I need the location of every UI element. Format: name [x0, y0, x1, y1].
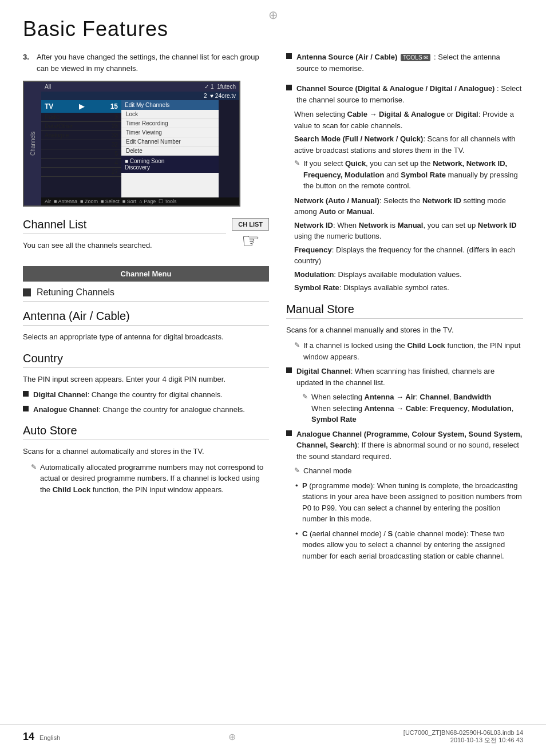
country-digital-item: Digital Channel: Change the country for …	[23, 389, 269, 401]
manual-store-note-text: If a channel is locked using the Child L…	[303, 340, 523, 362]
manual-store-section: Manual Store Scans for a channel manuall…	[286, 303, 523, 562]
tv-menu-timer-view: Timer Viewing	[121, 128, 219, 137]
footer-file-ref: [UC7000_ZT]BN68-02590H-06L03.indb 14	[403, 729, 523, 736]
antenna-source-section: Antenna Source (Air / Cable) TOOLS ✉ : S…	[286, 52, 523, 74]
auto-store-note: ✎ Automatically allocated programme numb…	[23, 462, 269, 496]
tv-ch-27: 27	[41, 168, 121, 177]
footer-left: 14 English	[23, 731, 60, 743]
channel-source-item: Channel Source (Digital & Analogue / Dig…	[286, 83, 523, 105]
footer-right: [UC7000_ZT]BN68-02590H-06L03.indb 14 201…	[403, 729, 523, 745]
retuning-section: Retuning Channels	[23, 287, 269, 302]
tv-menu-lock: Lock	[121, 110, 219, 119]
network-auto: Network (Auto / Manual): Selects the Net…	[286, 195, 523, 217]
bullet-sq-icon2	[286, 85, 292, 90]
pencil-icon4: ✎	[302, 391, 308, 425]
tv-screen-mockup: Channels All ✓ 1 1futech 2 ♥ 24ore.tv	[23, 81, 240, 207]
footer-crosshair-icon: ⊕	[228, 731, 236, 742]
pencil-icon: ✎	[31, 462, 37, 496]
manual-store-note: ✎ If a channel is locked using the Child…	[286, 340, 523, 362]
page-number: 14	[23, 731, 34, 742]
channel-mode-note: ✎ Channel mode	[286, 465, 523, 477]
channel-list-content: Channel List You can see all the channel…	[23, 218, 226, 256]
bullet-sq-icon	[286, 53, 292, 59]
bullet-c-s: C (aerial channel mode) / S (cable chann…	[286, 528, 523, 562]
tv-header-ch1: ✓ 1 1futech	[204, 84, 236, 90]
pencil-icon3: ✎	[294, 340, 300, 362]
manual-store-heading: Manual Store	[286, 303, 523, 319]
tv-submenu: ■ Coming SoonDiscovery	[121, 156, 219, 173]
bullet-sq-icon3	[286, 367, 292, 373]
tv-main-area: All ✓ 1 1futech 2 ♥ 24ore.tv TV▶15	[41, 82, 239, 205]
digital-channel-note-text: When selecting Antenna → Air: Channel, B…	[311, 391, 523, 425]
tv-sidebar-label: Channels	[24, 82, 41, 205]
antenna-section: Antenna (Air / Cable) Selects an appropr…	[23, 310, 269, 343]
ch-list-image: CH LIST ☞	[232, 218, 269, 251]
tv-ch-radio: Radio3	[41, 113, 121, 122]
bullet-p: P (programme mode): When tuning is compl…	[286, 480, 523, 525]
antenna-source-text: Antenna Source (Air / Cable) TOOLS ✉ : S…	[296, 52, 523, 74]
pencil-icon5: ✎	[294, 465, 300, 477]
symbol-rate: Symbol Rate: Displays available symbol r…	[286, 282, 523, 294]
country-analogue-text: Analogue Channel: Change the country for…	[33, 404, 245, 415]
tv-ch-4: 4	[41, 159, 121, 168]
channel-mode-text: Channel mode	[303, 465, 352, 477]
country-digital-text: Digital Channel: Change the country for …	[33, 389, 223, 401]
antenna-heading: Antenna (Air / Cable)	[23, 310, 269, 326]
tv-menu-delete: Delete	[121, 147, 219, 156]
left-column: 3. After you have changed the settings, …	[23, 52, 269, 571]
step3-number: 3.	[23, 52, 29, 63]
page-container: ⊕ Basic Features 3. After you have chang…	[0, 0, 546, 756]
tv-header: All ✓ 1 1futech	[41, 82, 239, 92]
footer-language: English	[39, 734, 60, 741]
tv-menu-timer-rec: Timer Recording	[121, 119, 219, 128]
bullet-square-icon	[23, 391, 29, 397]
auto-store-note-text: Automatically allocated programme number…	[40, 462, 269, 496]
channel-source-section: Channel Source (Digital & Analogue / Dig…	[286, 83, 523, 294]
tv-header2: 2 ♥ 24ore.tv	[41, 92, 239, 100]
bullet-square-icon2	[23, 406, 29, 411]
right-column: Antenna Source (Air / Cable) TOOLS ✉ : S…	[286, 52, 523, 571]
auto-store-intro: Scans for a channel automatically and st…	[23, 446, 269, 457]
retuning-label: Retuning Channels	[37, 287, 114, 298]
auto-store-heading: Auto Store	[23, 424, 269, 440]
digital-channel-item: Digital Channel: When scanning has finis…	[286, 366, 523, 388]
step3-intro: 3. After you have changed the settings, …	[23, 52, 269, 74]
tv-ch-data: Data/Other23	[41, 122, 121, 131]
tv-ch-5: 5	[41, 149, 121, 159]
analogue-channel-item: Analogue Channel (Programme, Colour Syst…	[286, 429, 523, 462]
tv-ch-32: 32	[41, 140, 121, 149]
tools-badge: TOOLS ✉	[401, 54, 431, 61]
network-id: Network ID: When Network is Manual, you …	[286, 220, 523, 242]
channel-menu-bar: Channel Menu	[23, 266, 269, 282]
channel-source-text: Channel Source (Digital & Analogue / Dig…	[296, 83, 523, 105]
tv-bottom-bar: Air ■ Antenna ■ Zoom ■ Select ■ Sort ⌂ P…	[41, 197, 239, 205]
analogue-channel-text: Analogue Channel (Programme, Colour Syst…	[296, 429, 523, 462]
tv-ch-analogue: Analogue33	[41, 131, 121, 140]
channel-list-text: You can see all the channels searched.	[23, 240, 226, 251]
auto-store-section: Auto Store Scans for a channel automatic…	[23, 424, 269, 495]
channel-source-sub2: Search Mode (Full / Network / Quick): Sc…	[286, 133, 523, 156]
country-heading: Country	[23, 352, 269, 368]
digital-channel-text: Digital Channel: When scanning has finis…	[296, 366, 523, 388]
tv-menu-overlay: Edit My Channels Lock Timer Recording Ti…	[121, 100, 219, 197]
tv-menu-edit-ch: Edit Channel Number	[121, 137, 219, 147]
country-intro: The PIN input screen appears. Enter your…	[23, 374, 269, 385]
tv-header-all: All	[45, 84, 51, 90]
bullet-sq-icon4	[286, 430, 292, 436]
hand-pointer-icon: ☞	[232, 231, 269, 251]
antenna-source-item: Antenna Source (Air / Cable) TOOLS ✉ : S…	[286, 52, 523, 74]
step3-text: After you have changed the settings, the…	[37, 53, 259, 73]
dark-square-icon	[23, 288, 31, 296]
channel-list-section: Channel List You can see all the channel…	[23, 218, 269, 257]
channel-source-note-text: If you select Quick, you can set up the …	[303, 158, 523, 192]
crosshair-icon: ⊕	[268, 8, 278, 22]
modulation: Modulation: Displays available modulatio…	[286, 269, 523, 280]
manual-store-intro: Scans for a channel manually and stores …	[286, 324, 523, 336]
tv-channel-list: TV▶15 Radio3 Data/Other23 Analogue33	[41, 100, 121, 197]
pencil-icon2: ✎	[294, 158, 300, 192]
channel-source-note: ✎ If you select Quick, you can set up th…	[286, 158, 523, 192]
page-footer: 14 English ⊕ [UC7000_ZT]BN68-02590H-06L0…	[0, 724, 546, 745]
frequency: Frequency: Displays the frequency for th…	[286, 244, 523, 267]
country-analogue-item: Analogue Channel: Change the country for…	[23, 404, 269, 415]
channel-list-heading: Channel List	[23, 218, 226, 234]
